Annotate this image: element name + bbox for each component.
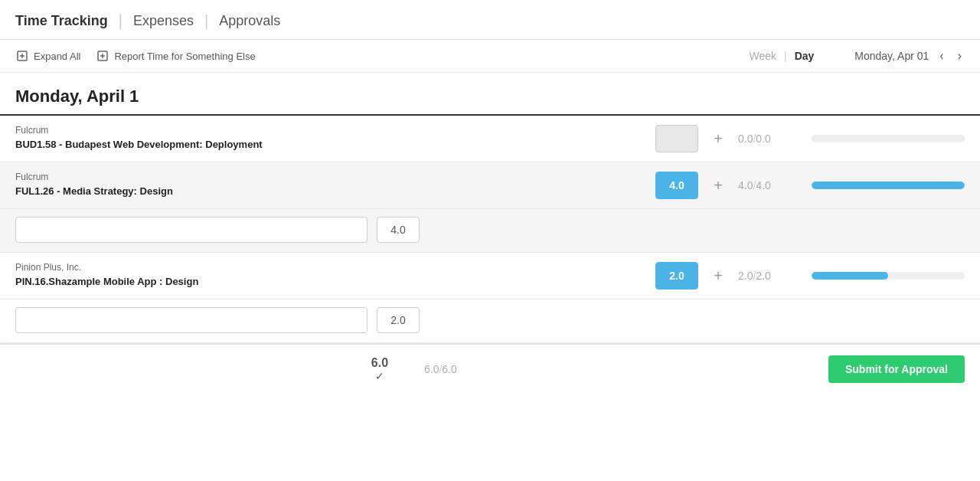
toolbar: Expand All Report Time for Something Els… (0, 40, 980, 73)
hours-box-2[interactable]: 4.0 (655, 172, 698, 199)
project-client-1: Fulcrum (15, 125, 306, 136)
project-name-3: PIN.16.Shazample Mobile App : Design (15, 275, 306, 289)
add-hours-button-2[interactable]: + (706, 173, 730, 198)
report-time-label: Report Time for Something Else (114, 51, 255, 62)
hours-box-1[interactable] (655, 125, 698, 152)
nav-sep-1: | (119, 12, 122, 30)
top-nav: Time Tracking | Expenses | Approvals (0, 0, 980, 40)
submit-approval-button[interactable]: Submit for Approval (828, 355, 965, 383)
week-toggle[interactable]: Week (749, 50, 776, 62)
note-input-2[interactable] (15, 217, 368, 243)
day-toggle[interactable]: Day (795, 50, 815, 62)
time-table: Fulcrum BUD1.58 - Budapest Web Developme… (0, 114, 980, 343)
checkmark-icon: ✓ (375, 370, 384, 382)
next-date-button[interactable]: › (955, 47, 965, 64)
footer-row: 6.0 ✓ 6.0/6.0 Submit for Approval (0, 343, 980, 394)
project-info-3: Pinion Plus, Inc. PIN.16.Shazample Mobil… (15, 262, 306, 289)
toolbar-right: Week | Day Monday, Apr 01 ‹ › (749, 47, 965, 64)
prev-date-button[interactable]: ‹ (936, 47, 946, 64)
table-row: Fulcrum BUD1.58 - Budapest Web Developme… (0, 116, 980, 162)
hours-box-3[interactable]: 2.0 (655, 262, 698, 290)
section-date: Monday, April 1 (15, 87, 965, 106)
toolbar-left: Expand All Report Time for Something Els… (15, 49, 256, 63)
nav-time-tracking[interactable]: Time Tracking (15, 13, 108, 29)
progress-bar-2 (812, 182, 965, 189)
time-total-2: 4.0/4.0 (738, 179, 799, 191)
week-day-toggle: Week | Day (749, 50, 814, 62)
project-client-3: Pinion Plus, Inc. (15, 262, 306, 273)
add-icon (96, 49, 109, 63)
project-name-1: BUD1.58 - Budapest Web Development: Depl… (15, 138, 306, 152)
current-date-label: Monday, Apr 01 (822, 50, 929, 62)
table-row: Fulcrum FUL1.26 - Media Strategy: Design… (0, 162, 980, 209)
sub-row-2: 4.0 (0, 209, 980, 253)
progress-bar-3 (812, 272, 888, 280)
week-day-sep: | (784, 50, 787, 62)
report-time-button[interactable]: Report Time for Something Else (96, 49, 255, 63)
footer-fraction: 6.0/6.0 (424, 363, 485, 375)
time-total-3: 2.0/2.0 (738, 270, 799, 282)
nav-expenses[interactable]: Expenses (133, 13, 194, 29)
expand-all-label: Expand All (34, 51, 80, 62)
progress-bar-container-3 (812, 272, 965, 280)
add-hours-button-3[interactable]: + (706, 263, 730, 288)
table-row: Pinion Plus, Inc. PIN.16.Shazample Mobil… (0, 253, 980, 299)
note-input-3[interactable] (15, 307, 368, 333)
section-header: Monday, April 1 (0, 73, 980, 114)
add-hours-button-1[interactable]: + (706, 126, 730, 151)
nav-approvals[interactable]: Approvals (219, 13, 280, 29)
progress-bar-container-2 (812, 182, 965, 189)
expand-icon (15, 49, 29, 63)
footer-total-col: 6.0 ✓ (349, 356, 410, 382)
project-name-2: FUL1.26 - Media Strategy: Design (15, 185, 306, 198)
sub-row-3: 2.0 (0, 299, 980, 343)
project-info-2: Fulcrum FUL1.26 - Media Strategy: Design (15, 172, 306, 198)
project-client-2: Fulcrum (15, 172, 306, 182)
time-total-1: 0.0/0.0 (738, 133, 799, 145)
project-info-1: Fulcrum BUD1.58 - Budapest Web Developme… (15, 125, 306, 152)
expand-all-button[interactable]: Expand All (15, 49, 80, 63)
progress-bar-container-1 (812, 135, 965, 142)
hours-display-3: 2.0 (377, 307, 420, 333)
nav-sep-2: | (204, 12, 208, 30)
footer-total: 6.0 (349, 356, 410, 370)
hours-display-2: 4.0 (377, 217, 420, 243)
date-nav: Monday, Apr 01 ‹ › (822, 47, 965, 64)
